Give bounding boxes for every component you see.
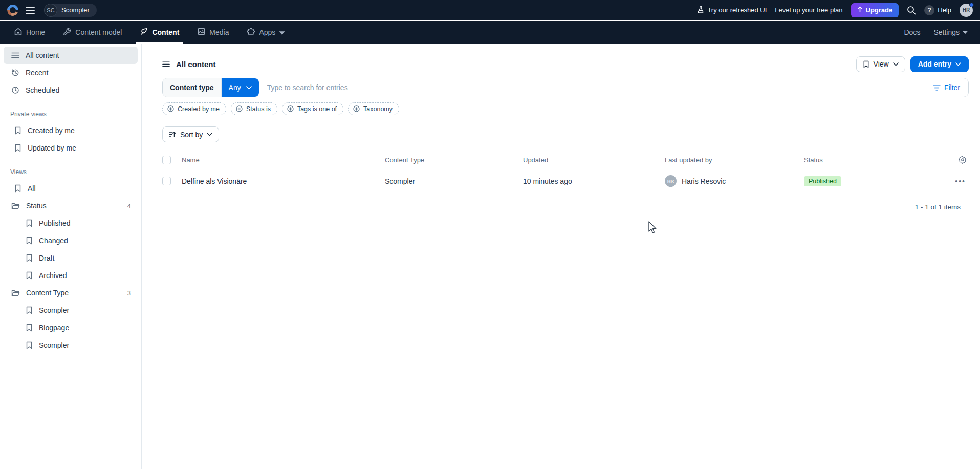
wrench-icon <box>63 28 71 37</box>
chip-created-by-me[interactable]: Created by me <box>162 102 226 115</box>
gear-icon[interactable] <box>959 156 967 164</box>
column-header-content-type[interactable]: Content Type <box>385 156 523 164</box>
chip-taxonomy[interactable]: Taxonomy <box>348 102 399 115</box>
sidebar-item-all[interactable]: All <box>0 180 141 197</box>
folder-open-icon <box>11 202 20 210</box>
chip-status-is[interactable]: Status is <box>231 102 277 115</box>
space-name: Scompler <box>61 6 90 14</box>
column-header-updated[interactable]: Updated <box>523 156 665 164</box>
sort-icon <box>169 131 176 138</box>
sidebar-item-scompler-1[interactable]: Scompler <box>0 302 141 319</box>
bookmark-icon <box>14 144 21 152</box>
search-filter-bar: Content type Any Filter <box>162 78 969 97</box>
column-header-status[interactable]: Status <box>804 156 944 164</box>
arrow-up-icon <box>857 6 863 14</box>
pen-icon <box>140 28 148 37</box>
image-icon <box>198 28 205 37</box>
row-actions-menu[interactable]: ••• <box>944 177 969 185</box>
list-icon <box>11 52 19 58</box>
question-circle-icon: ? <box>924 5 934 15</box>
user-avatar[interactable]: HR <box>960 4 973 17</box>
pagination-summary: 1 - 1 of 1 items <box>162 203 969 211</box>
nav-item-media[interactable]: Media <box>195 21 231 44</box>
sidebar-item-all-content[interactable]: All content <box>4 47 138 64</box>
sidebar-folder-content-type[interactable]: Content Type 3 <box>0 284 141 302</box>
upgrade-button[interactable]: Upgrade <box>851 3 899 17</box>
bookmark-icon <box>26 324 33 332</box>
nav-item-content-model[interactable]: Content model <box>61 21 124 44</box>
sidebar: All content Recent Scheduled Private vie… <box>0 44 142 469</box>
sidebar-item-blogpage[interactable]: Blogpage <box>0 319 141 336</box>
bookmark-icon <box>14 184 21 193</box>
entry-updated: 10 minutes ago <box>523 177 665 185</box>
sidebar-item-archived[interactable]: Archived <box>0 267 141 284</box>
bookmark-icon <box>26 271 33 280</box>
bookmark-icon <box>26 341 33 349</box>
sidebar-item-recent[interactable]: Recent <box>0 64 141 81</box>
docs-link[interactable]: Docs <box>904 28 921 36</box>
chevron-down-icon <box>963 31 968 34</box>
status-badge: Published <box>804 176 841 186</box>
main-nav-bar: Home Content model Content <box>0 21 980 44</box>
nav-item-apps[interactable]: Apps <box>245 21 287 44</box>
chevron-down-icon <box>279 28 285 36</box>
folder-open-icon <box>11 289 20 297</box>
space-switcher[interactable]: SC Scompler <box>44 4 97 17</box>
refreshed-ui-link[interactable]: Try our refreshed UI <box>697 6 767 15</box>
column-header-last-updated-by[interactable]: Last updated by <box>665 156 804 164</box>
content-type-any-dropdown[interactable]: Any <box>222 78 259 97</box>
content-type-count: 3 <box>127 289 131 297</box>
chip-tags-is-one-of[interactable]: Tags is one of <box>282 102 343 115</box>
nav-item-content[interactable]: Content <box>138 21 181 44</box>
circle-plus-icon <box>353 105 360 112</box>
bookmark-icon <box>26 237 33 245</box>
select-all-checkbox[interactable] <box>162 156 171 164</box>
circle-plus-icon <box>236 105 243 112</box>
main-content: All content View Add entry Content type … <box>142 44 980 469</box>
sort-by-button[interactable]: Sort by <box>162 126 219 142</box>
entry-name[interactable]: Delfine als Visionäre <box>182 177 385 185</box>
puzzle-icon <box>247 28 255 37</box>
quick-filter-chips: Created by me Status is Tags is one of T… <box>162 102 969 115</box>
sidebar-item-scheduled[interactable]: Scheduled <box>0 81 141 99</box>
search-input[interactable] <box>259 83 925 92</box>
org-badge: SC <box>44 4 57 17</box>
page-title: All content <box>162 60 216 69</box>
home-icon <box>14 28 22 37</box>
content-type-filter-label[interactable]: Content type <box>163 78 222 97</box>
sidebar-divider <box>0 102 141 102</box>
notification-dot <box>969 3 974 7</box>
filter-link[interactable]: Filter <box>925 83 968 92</box>
bookmark-icon <box>26 254 33 262</box>
settings-menu[interactable]: Settings <box>933 28 968 36</box>
row-checkbox[interactable] <box>162 177 171 185</box>
nav-item-home[interactable]: Home <box>12 21 47 44</box>
chevron-down-icon <box>246 86 252 90</box>
bookmark-icon <box>863 60 869 68</box>
status-count: 4 <box>127 202 131 210</box>
sidebar-folder-status[interactable]: Status 4 <box>0 197 141 215</box>
sidebar-item-updated-by-me[interactable]: Updated by me <box>0 139 141 157</box>
sidebar-item-published[interactable]: Published <box>0 215 141 232</box>
list-icon <box>162 61 170 67</box>
refreshed-ui-label: Try our refreshed UI <box>707 6 767 14</box>
table-row[interactable]: Delfine als Visionäre Scompler 10 minute… <box>162 169 969 193</box>
sidebar-item-scompler-2[interactable]: Scompler <box>0 336 141 354</box>
help-menu[interactable]: ? Help <box>924 5 951 15</box>
entry-last-updated-by: Haris Resovic <box>682 177 726 185</box>
bookmark-icon <box>26 306 33 314</box>
entry-content-type: Scompler <box>385 177 523 185</box>
contentful-logo-icon[interactable] <box>7 5 18 16</box>
bookmark-icon <box>26 219 33 227</box>
view-button[interactable]: View <box>856 56 905 72</box>
hamburger-menu-icon[interactable] <box>26 7 35 14</box>
sidebar-item-created-by-me[interactable]: Created by me <box>0 122 141 139</box>
table-header-row: Name Content Type Updated Last updated b… <box>162 151 969 169</box>
add-entry-button[interactable]: Add entry <box>910 56 969 72</box>
chevron-down-icon <box>207 133 212 136</box>
sidebar-item-draft[interactable]: Draft <box>0 249 141 267</box>
sidebar-item-changed[interactable]: Changed <box>0 232 141 249</box>
search-icon[interactable] <box>907 6 916 15</box>
circle-plus-icon <box>287 105 294 112</box>
column-header-name[interactable]: Name <box>182 156 385 164</box>
